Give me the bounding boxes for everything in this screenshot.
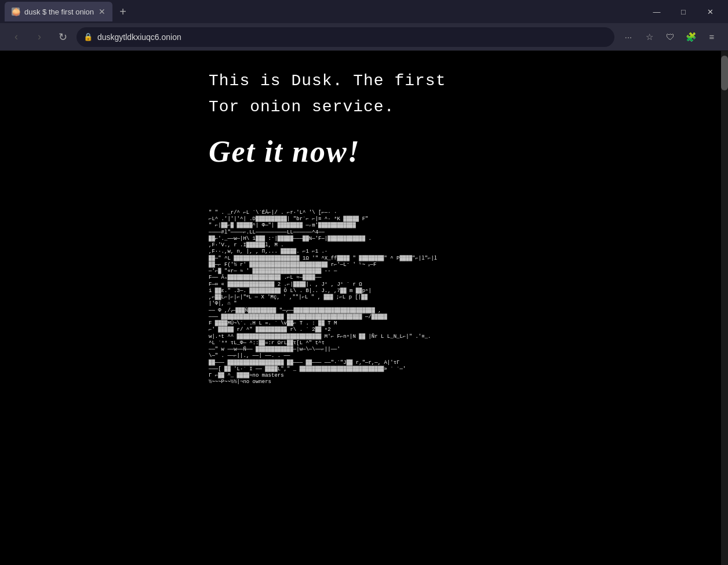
ascii-art-area: " " . _r/^ ⌐L `\`ÉÂ⌐|/ . ⌐r·'L^ '\ [⌐—· … <box>209 203 626 505</box>
toolbar-icons: ··· ☆ 🛡 🧩 ≡ <box>619 28 721 46</box>
tagline-line1: This is Dusk. The first <box>209 68 728 94</box>
tab-close-button[interactable]: ✕ <box>99 7 105 16</box>
tagline-line2: Tor onion service. <box>209 94 728 121</box>
tab-favicon: 🧅 <box>12 8 20 16</box>
page-inner: This is Dusk. The first Tor onion servic… <box>0 51 728 555</box>
page-content: This is Dusk. The first Tor onion servic… <box>0 51 728 565</box>
maximize-button[interactable]: □ <box>670 0 697 23</box>
security-icon: 🔒 <box>83 32 93 41</box>
active-tab[interactable]: 🧅 dusk $ the first onion ✕ <box>5 2 112 21</box>
address-text: duskgytldkxiuqc6.onion <box>97 32 607 42</box>
refresh-button[interactable]: ↻ <box>53 28 72 46</box>
address-bar[interactable]: 🔒 duskgytldkxiuqc6.onion <box>77 27 614 47</box>
ascii-art: " " . _r/^ ⌐L `\`ÉÂ⌐|/ . ⌐r·'L^ '\ [⌐—· … <box>209 203 626 392</box>
shield-button[interactable]: 🛡 <box>661 28 679 46</box>
minimize-button[interactable]: — <box>643 0 670 23</box>
tagline: This is Dusk. The first Tor onion servic… <box>209 68 728 121</box>
menu-dots-button[interactable]: ··· <box>619 28 638 46</box>
forward-button[interactable]: › <box>30 28 49 46</box>
browser-window: 🧅 dusk $ the first onion ✕ + — □ ✕ ‹ › ↻… <box>0 0 728 565</box>
back-button[interactable]: ‹ <box>7 28 26 46</box>
scrollbar[interactable] <box>721 51 728 565</box>
scrollbar-thumb[interactable] <box>721 56 728 90</box>
address-bar-row: ‹ › ↻ 🔒 duskgytldkxiuqc6.onion ··· ☆ 🛡 🧩… <box>0 23 728 51</box>
close-button[interactable]: ✕ <box>697 0 723 23</box>
hamburger-menu-button[interactable]: ≡ <box>702 28 721 46</box>
cta-heading[interactable]: Get it now! <box>209 134 728 169</box>
window-controls: — □ ✕ <box>643 0 723 23</box>
bookmark-button[interactable]: ☆ <box>640 28 658 46</box>
new-tab-button[interactable]: + <box>115 3 131 20</box>
tab-title: dusk $ the first onion <box>24 8 94 16</box>
tab-bar: 🧅 dusk $ the first onion ✕ + — □ ✕ <box>0 0 728 23</box>
extensions-button[interactable]: 🧩 <box>682 28 700 46</box>
